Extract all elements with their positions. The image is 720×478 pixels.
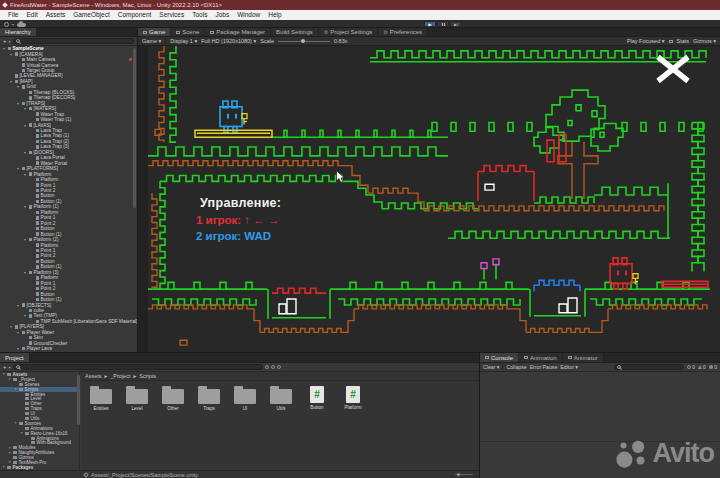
scale-slider-thumb[interactable] [301,39,305,43]
expand-arrow-icon[interactable]: ▾ [16,303,20,308]
account-dropdown-icon[interactable]: ▾ [12,22,14,27]
asset-item-ui[interactable]: UI [227,384,263,411]
expand-arrow-icon[interactable]: ▾ [8,446,12,450]
expand-arrow-icon[interactable]: ▾ [23,237,27,242]
hierarchy-search[interactable] [13,38,134,44]
tab-game[interactable]: Game [138,28,171,36]
search-by-type-icon[interactable] [265,365,269,369]
menu-window[interactable]: Window [233,10,264,20]
icon-size-slider[interactable] [455,474,473,475]
expand-arrow-icon[interactable]: ▾ [23,123,27,128]
menu-jobs[interactable]: Jobs [211,10,233,20]
menu-assets[interactable]: Assets [42,10,70,20]
menu-gameobject[interactable]: GameObject [69,10,114,20]
play-button[interactable]: ▶ [424,21,436,27]
hierarchy-row[interactable]: ▾Player Lava [0,346,137,351]
expand-arrow-icon[interactable]: ▾ [2,465,6,469]
expand-arrow-icon[interactable]: ▾ [16,84,20,89]
search-by-label-icon[interactable] [271,365,275,369]
expand-arrow-icon[interactable]: ▾ [8,460,12,464]
console-search[interactable] [614,364,684,370]
menu-component[interactable]: Component [114,10,156,20]
expand-arrow-icon[interactable]: ▾ [9,79,13,84]
tab-animation[interactable]: Animation [519,353,563,362]
cloud-services-icon[interactable] [17,23,26,27]
create-asset-button[interactable]: + [3,364,7,370]
game-mode-dropdown[interactable]: Game ▾ [142,38,161,44]
expand-arrow-icon[interactable]: ▾ [16,330,20,335]
clear-button[interactable]: Clear ▾ [483,364,499,370]
expand-arrow-icon[interactable]: ▾ [23,270,27,275]
expand-arrow-icon[interactable]: ▾ [23,313,27,318]
tab-project-settings[interactable]: ⚙Project Settings [319,28,379,36]
resolution-dropdown[interactable]: Full HD (1920x1080) ▾ [201,38,256,44]
expand-arrow-icon[interactable]: ▾ [14,387,18,391]
expand-arrow-icon[interactable]: ▾ [23,204,27,209]
project-tree-scrollbar[interactable] [77,375,80,425]
create-dropdown-icon[interactable]: ▾ [9,365,11,370]
add-dropdown-icon[interactable]: ▾ [9,39,11,44]
expand-arrow-icon[interactable]: ▾ [16,346,20,351]
breadcrumb-item-project[interactable]: _Project [110,373,130,379]
expand-arrow-icon[interactable]: ▾ [23,150,27,155]
expand-arrow-icon[interactable]: ▾ [20,431,24,435]
mute-audio-icon[interactable] [669,40,673,43]
expand-arrow-icon[interactable]: ▾ [23,106,27,111]
asset-item-button[interactable]: #Button [299,384,335,411]
expand-arrow-icon[interactable]: ▾ [9,324,13,329]
error-toggle[interactable]: 0 [709,364,717,370]
tab-package-manager[interactable]: Package Manager [205,28,271,36]
hidden-packages-icon[interactable] [277,365,281,369]
tab-scene[interactable]: Scene [171,28,205,36]
stats-button[interactable]: Stats [677,38,690,44]
scale-slider[interactable] [278,41,330,42]
menu-tools[interactable]: Tools [188,10,211,20]
game-viewport[interactable]: Управление: 1 игрок: ↑ ← → 2 игрок: WAD [148,46,720,352]
play-focused-dropdown[interactable]: Play Focused ▾ [627,38,665,44]
project-search-input[interactable] [22,365,260,370]
account-icon[interactable] [4,22,9,27]
expand-arrow-icon[interactable]: ▾ [14,421,18,425]
breadcrumb-item-scripts[interactable]: Scripts [139,373,156,379]
tab-console[interactable]: Console [480,353,519,362]
add-gameobject-button[interactable]: + [3,38,7,44]
menu-services[interactable]: Services [155,10,188,20]
hierarchy-search-input[interactable] [22,39,131,44]
expand-arrow-icon[interactable]: ▾ [2,372,6,376]
asset-item-level[interactable]: Level [119,384,155,411]
hierarchy-scrollbar[interactable] [133,48,136,208]
gizmos-dropdown[interactable]: Gizmos ▾ [693,38,716,44]
menu-file[interactable]: File [4,10,22,20]
breadcrumb-item-assets[interactable]: Assets [85,373,102,379]
editor-dropdown[interactable]: Editor ▾ [560,364,578,370]
expand-arrow-icon[interactable]: ▾ [16,101,20,106]
asset-item-other[interactable]: Other [155,384,191,411]
expand-arrow-icon[interactable]: ▾ [23,172,27,177]
step-button[interactable]: ▶| [450,21,462,27]
tab-hierarchy[interactable]: Hierarchy [0,28,37,36]
expand-arrow-icon[interactable]: ▾ [8,451,12,455]
info-toggle[interactable]: 0 [687,364,695,370]
tab-preferences[interactable]: ⚙Preferences [378,28,428,36]
menu-edit[interactable]: Edit [22,10,41,20]
asset-item-platform[interactable]: #Platform [335,384,371,411]
console-search-input[interactable] [623,365,688,370]
tab-animator[interactable]: Animator [563,353,604,362]
error-pause-button[interactable]: Error Pause [530,364,558,370]
expand-arrow-icon[interactable]: ▾ [8,377,12,381]
tab-build-settings[interactable]: Build Settings [271,28,319,36]
asset-item-entities[interactable]: Entities [83,384,119,411]
display-dropdown[interactable]: Display 1 ▾ [170,38,197,44]
close-icon[interactable] [653,54,693,84]
pause-button[interactable] [437,21,449,27]
warning-toggle[interactable]: 0 [698,364,706,370]
asset-item-traps[interactable]: Traps [191,384,227,411]
expand-arrow-icon[interactable]: ▾ [16,166,20,171]
menu-help[interactable]: Help [264,10,285,20]
expand-arrow-icon[interactable]: ▾ [2,46,6,51]
collapse-button[interactable]: Collapse [506,364,526,370]
tab-project[interactable]: Project [0,353,30,362]
asset-item-utils[interactable]: Utils [263,384,299,411]
expand-arrow-icon[interactable]: ▾ [9,52,13,57]
project-search[interactable] [13,364,263,370]
